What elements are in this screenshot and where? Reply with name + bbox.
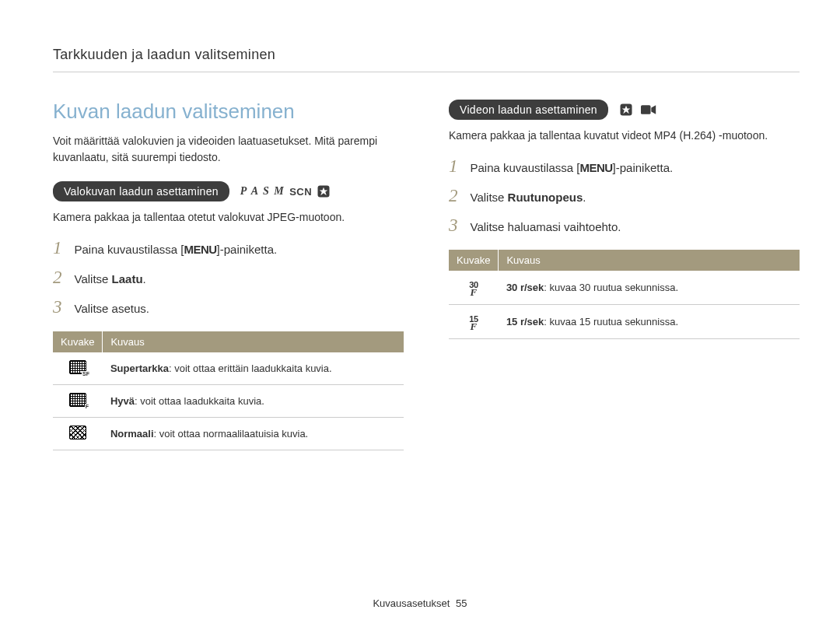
divider bbox=[53, 72, 800, 72]
th-desc: Kuvaus bbox=[103, 331, 404, 352]
th-desc: Kuvaus bbox=[499, 250, 800, 271]
star-icon bbox=[317, 184, 331, 198]
row-text: : voit ottaa normaalilaatuisia kuvia. bbox=[154, 428, 309, 440]
fps-30-icon: 30F bbox=[469, 282, 478, 296]
quality-fine-icon bbox=[69, 393, 86, 407]
step-text: Paina kuvaustilassa [ bbox=[75, 243, 184, 256]
video-quality-pill: Videon laadun asettaminen bbox=[449, 100, 608, 120]
step-1: 1 Paina kuvaustilassa [MENU]-painiketta. bbox=[449, 156, 800, 177]
video-fps-table: Kuvake Kuvaus 30F 30 r/sek: kuvaa 30 ruu… bbox=[449, 250, 800, 339]
row-text: : kuvaa 30 ruutua sekunnissa. bbox=[544, 282, 678, 293]
table-row: Supertarkka: voit ottaa erittäin laadukk… bbox=[53, 352, 404, 385]
page-title: Kuvan laadun valitseminen bbox=[53, 100, 404, 124]
mode-scn: SCN bbox=[289, 186, 312, 198]
step-text: Valitse haluamasi vaihtoehto. bbox=[471, 220, 621, 233]
step-number: 1 bbox=[53, 238, 62, 258]
step-text: ]-painiketta. bbox=[613, 161, 674, 174]
table-row: 30F 30 r/sek: kuvaa 30 ruutua sekunnissa… bbox=[449, 271, 800, 305]
step-number: 1 bbox=[449, 156, 458, 177]
step-bold: Ruutunopeus bbox=[508, 191, 583, 204]
row-bold: 15 r/sek bbox=[506, 316, 544, 328]
table-row: 15F 15 r/sek: kuvaa 15 ruutua sekunnissa… bbox=[449, 305, 800, 339]
photo-desc: Kamera pakkaa ja tallentaa otetut valoku… bbox=[53, 209, 404, 226]
row-bold: Normaali bbox=[110, 428, 154, 440]
step-number: 2 bbox=[449, 186, 458, 206]
quality-normal-icon bbox=[69, 426, 86, 440]
step-text: Valitse bbox=[75, 272, 112, 285]
photo-quality-table: Kuvake Kuvaus Supertarkka: voit ottaa er… bbox=[53, 331, 404, 450]
page-footer: Kuvausasetukset 55 bbox=[0, 597, 840, 609]
right-column: Videon laadun asettaminen Kamera pakkaa … bbox=[449, 100, 800, 450]
menu-key: MENU bbox=[184, 243, 216, 256]
step-text: . bbox=[143, 272, 146, 285]
fps-15-icon: 15F bbox=[469, 316, 478, 331]
left-column: Kuvan laadun valitseminen Voit määrittää… bbox=[53, 100, 404, 450]
step-number: 3 bbox=[53, 297, 62, 317]
step-text: Valitse asetus. bbox=[75, 302, 149, 315]
row-bold: Supertarkka bbox=[110, 363, 169, 374]
star-icon bbox=[619, 103, 633, 117]
row-bold: 30 r/sek bbox=[506, 282, 544, 293]
th-icon: Kuvake bbox=[53, 331, 103, 352]
step-text: Paina kuvaustilassa [ bbox=[471, 161, 580, 174]
quality-superfine-icon bbox=[69, 360, 86, 374]
intro-text: Voit määrittää valokuvien ja videoiden l… bbox=[53, 133, 404, 166]
row-text: : voit ottaa laadukkaita kuvia. bbox=[135, 395, 264, 407]
row-text: : kuvaa 15 ruutua sekunnissa. bbox=[544, 316, 678, 328]
step-number: 2 bbox=[53, 268, 62, 288]
table-row: Normaali: voit ottaa normaalilaatuisia k… bbox=[53, 418, 404, 450]
step-bold: Laatu bbox=[112, 272, 143, 285]
video-icon bbox=[641, 104, 656, 115]
step-text: . bbox=[583, 191, 586, 204]
footer-section: Kuvausasetukset bbox=[373, 597, 450, 609]
mode-icons bbox=[619, 103, 656, 117]
video-steps: 1 Paina kuvaustilassa [MENU]-painiketta.… bbox=[449, 156, 800, 236]
photo-steps: 1 Paina kuvaustilassa [MENU]-painiketta.… bbox=[53, 238, 404, 317]
step-2: 2 Valitse Ruutunopeus. bbox=[449, 186, 800, 206]
menu-key: MENU bbox=[579, 161, 612, 174]
th-icon: Kuvake bbox=[449, 250, 499, 271]
photo-quality-pill: Valokuvan laadun asettaminen bbox=[53, 181, 229, 201]
row-text: : voit ottaa erittäin laadukkaita kuvia. bbox=[169, 363, 332, 374]
video-desc: Kamera pakkaa ja tallentaa kuvatut video… bbox=[449, 128, 800, 144]
svg-rect-4 bbox=[641, 105, 651, 114]
breadcrumb: Tarkkuuden ja laadun valitseminen bbox=[53, 47, 275, 63]
row-bold: Hyvä bbox=[110, 395, 135, 407]
step-2: 2 Valitse Laatu. bbox=[53, 268, 404, 288]
step-text: Valitse bbox=[471, 191, 508, 204]
step-text: ]-painiketta. bbox=[217, 243, 278, 256]
page-number: 55 bbox=[456, 597, 467, 609]
step-3: 3 Valitse asetus. bbox=[53, 297, 404, 317]
mode-icons: P A S M SCN bbox=[240, 184, 331, 198]
photo-quality-header: Valokuvan laadun asettaminen P A S M SCN bbox=[53, 181, 404, 201]
step-1: 1 Paina kuvaustilassa [MENU]-painiketta. bbox=[53, 238, 404, 258]
step-3: 3 Valitse haluamasi vaihtoehto. bbox=[449, 215, 800, 236]
video-quality-header: Videon laadun asettaminen bbox=[449, 100, 800, 120]
table-row: Hyvä: voit ottaa laadukkaita kuvia. bbox=[53, 385, 404, 418]
mode-letters: P A S M bbox=[240, 185, 285, 198]
step-number: 3 bbox=[449, 215, 458, 236]
